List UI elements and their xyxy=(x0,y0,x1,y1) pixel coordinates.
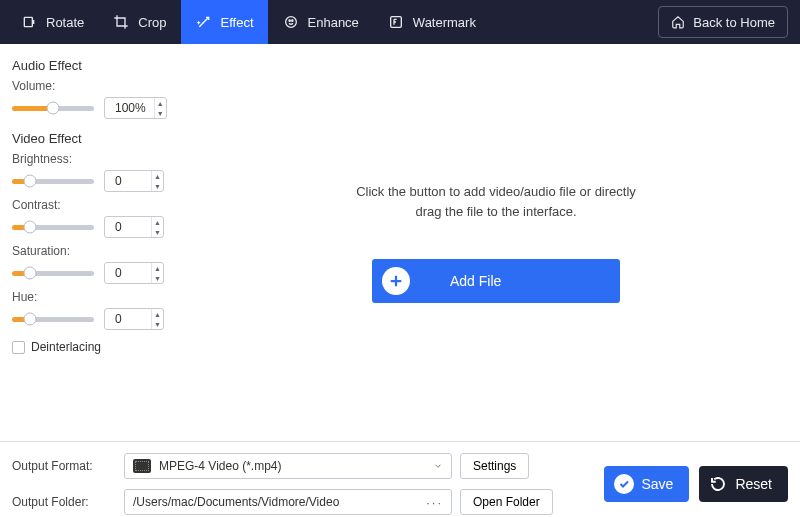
home-icon xyxy=(671,15,685,29)
brightness-stepper[interactable]: 0 ▲▼ xyxy=(104,170,164,192)
deinterlacing-label: Deinterlacing xyxy=(31,340,101,354)
tab-crop-label: Crop xyxy=(138,15,166,30)
output-folder-field[interactable]: /Users/mac/Documents/Vidmore/Video ··· xyxy=(124,489,452,515)
svg-point-3 xyxy=(291,20,292,21)
reset-button[interactable]: Reset xyxy=(699,466,788,502)
magic-wand-icon xyxy=(195,13,213,31)
drop-hint-text: Click the button to add video/audio file… xyxy=(356,182,636,221)
output-folder-label: Output Folder: xyxy=(12,495,114,509)
tab-rotate[interactable]: Rotate xyxy=(6,0,98,44)
output-folder-value: /Users/mac/Documents/Vidmore/Video xyxy=(133,495,418,509)
bottom-panel: Output Format: MPEG-4 Video (*.mp4) Sett… xyxy=(0,441,800,517)
hue-label: Hue: xyxy=(12,290,181,304)
svg-point-2 xyxy=(289,20,290,21)
tab-enhance-label: Enhance xyxy=(308,15,359,30)
brightness-value: 0 xyxy=(105,174,151,188)
add-file-button[interactable]: Add File xyxy=(372,259,620,303)
svg-point-1 xyxy=(285,17,296,28)
video-format-icon xyxy=(133,459,151,473)
tab-watermark[interactable]: Watermark xyxy=(373,0,490,44)
browse-ellipsis-icon[interactable]: ··· xyxy=(426,495,443,510)
tab-watermark-label: Watermark xyxy=(413,15,476,30)
contrast-stepper[interactable]: 0 ▲▼ xyxy=(104,216,164,238)
stepper-up-icon[interactable]: ▲ xyxy=(155,98,166,108)
save-label: Save xyxy=(642,476,674,492)
deinterlacing-checkbox[interactable]: Deinterlacing xyxy=(12,340,181,354)
save-button[interactable]: Save xyxy=(604,466,690,502)
preview-drop-area[interactable]: Click the button to add video/audio file… xyxy=(192,44,800,441)
tab-effect[interactable]: Effect xyxy=(181,0,268,44)
volume-slider[interactable] xyxy=(12,106,94,111)
contrast-value: 0 xyxy=(105,220,151,234)
audio-effect-header: Audio Effect xyxy=(12,58,181,73)
tab-crop[interactable]: Crop xyxy=(98,0,180,44)
chevron-down-icon xyxy=(433,461,443,471)
checkbox-box-icon xyxy=(12,341,25,354)
enhance-icon xyxy=(282,13,300,31)
back-to-home-label: Back to Home xyxy=(693,15,775,30)
brightness-slider[interactable] xyxy=(12,179,94,184)
tab-effect-label: Effect xyxy=(221,15,254,30)
tab-enhance[interactable]: Enhance xyxy=(268,0,373,44)
reset-label: Reset xyxy=(735,476,772,492)
stepper-down-icon[interactable]: ▼ xyxy=(155,108,166,118)
refresh-icon xyxy=(709,475,727,493)
back-to-home-button[interactable]: Back to Home xyxy=(658,6,788,38)
output-format-select[interactable]: MPEG-4 Video (*.mp4) xyxy=(124,453,452,479)
stepper-up-icon[interactable]: ▲ xyxy=(152,309,163,319)
settings-button[interactable]: Settings xyxy=(460,453,529,479)
contrast-slider[interactable] xyxy=(12,225,94,230)
output-format-label: Output Format: xyxy=(12,459,114,473)
open-folder-button[interactable]: Open Folder xyxy=(460,489,553,515)
svg-rect-0 xyxy=(24,17,32,26)
watermark-icon xyxy=(387,13,405,31)
saturation-slider[interactable] xyxy=(12,271,94,276)
video-effect-header: Video Effect xyxy=(12,131,181,146)
saturation-stepper[interactable]: 0 ▲▼ xyxy=(104,262,164,284)
output-format-value: MPEG-4 Video (*.mp4) xyxy=(159,459,425,473)
stepper-down-icon[interactable]: ▼ xyxy=(152,273,163,283)
stepper-down-icon[interactable]: ▼ xyxy=(152,181,163,191)
crop-icon xyxy=(112,13,130,31)
stepper-down-icon[interactable]: ▼ xyxy=(152,227,163,237)
volume-value: 100% xyxy=(105,101,154,115)
brightness-label: Brightness: xyxy=(12,152,181,166)
volume-stepper[interactable]: 100% ▲▼ xyxy=(104,97,167,119)
check-circle-icon xyxy=(614,474,634,494)
stepper-up-icon[interactable]: ▲ xyxy=(152,171,163,181)
stepper-up-icon[interactable]: ▲ xyxy=(152,263,163,273)
contrast-label: Contrast: xyxy=(12,198,181,212)
volume-label: Volume: xyxy=(12,79,181,93)
effect-sidebar: Audio Effect Volume: 100% ▲▼ Video Effec… xyxy=(0,44,192,441)
hue-slider[interactable] xyxy=(12,317,94,322)
saturation-value: 0 xyxy=(105,266,151,280)
stepper-down-icon[interactable]: ▼ xyxy=(152,319,163,329)
add-file-label: Add File xyxy=(450,273,501,289)
top-toolbar: Rotate Crop Effect Enhance Watermark Bac… xyxy=(0,0,800,44)
hue-stepper[interactable]: 0 ▲▼ xyxy=(104,308,164,330)
stepper-up-icon[interactable]: ▲ xyxy=(152,217,163,227)
tab-rotate-label: Rotate xyxy=(46,15,84,30)
saturation-label: Saturation: xyxy=(12,244,181,258)
hue-value: 0 xyxy=(105,312,151,326)
plus-circle-icon xyxy=(382,267,410,295)
rotate-icon xyxy=(20,13,38,31)
